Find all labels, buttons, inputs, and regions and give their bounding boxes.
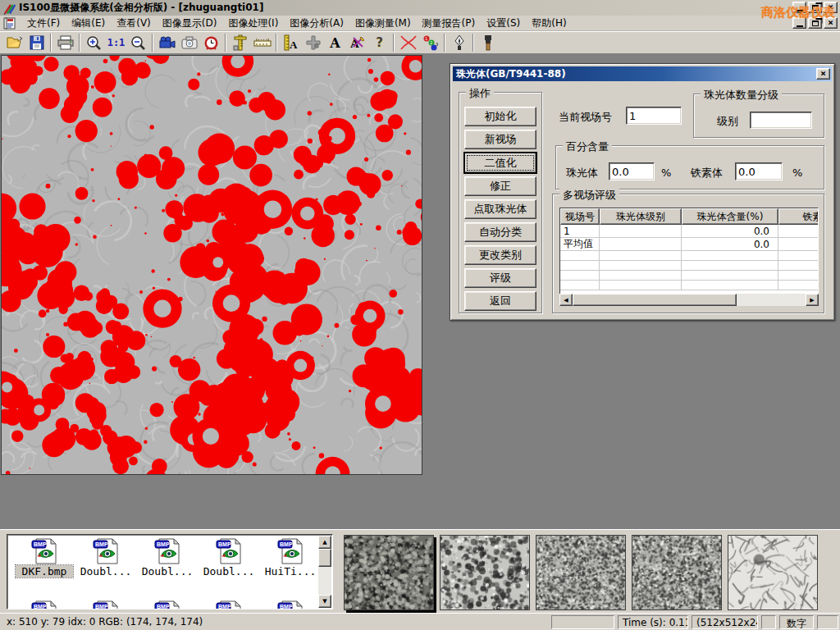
multi-field-group-label: 多视场评级 [559, 188, 619, 203]
grade-button[interactable]: 评级 [464, 268, 536, 288]
camera-icon [181, 36, 198, 49]
current-field-input[interactable] [626, 107, 682, 125]
scrollbar-thumb[interactable] [573, 294, 737, 306]
phase-count-button[interactable]: 1 2 3 [419, 33, 441, 53]
title-bar: IS100显微摄像系统(金相分析版) - [zhuguangti01] × [0, 0, 840, 16]
text-annotate-button[interactable]: A [324, 33, 346, 53]
file-item[interactable]: HuiTi... [262, 538, 319, 578]
mdi-restore-button[interactable] [808, 17, 822, 29]
dialog-title-bar[interactable]: 珠光体(GB/T9441-88) × [453, 66, 832, 81]
capture-video-button[interactable] [156, 33, 178, 53]
thumbnail-image[interactable] [728, 535, 818, 610]
return-button[interactable]: 返回 [464, 291, 536, 311]
menu-image-process[interactable]: 图像处理(I) [222, 15, 284, 32]
capture-photo-button[interactable] [178, 33, 200, 53]
scroll-down-button[interactable]: ▼ [318, 595, 331, 608]
brush-tool-button[interactable] [477, 33, 499, 53]
menu-file[interactable]: 文件(F) [21, 15, 66, 32]
open-button[interactable] [3, 33, 25, 53]
table-row[interactable] [560, 271, 818, 281]
auto-classify-button[interactable]: 自动分类 [464, 222, 536, 242]
dialog-close-button[interactable]: × [816, 68, 830, 80]
header-field-no[interactable]: 视场号 [560, 208, 600, 225]
file-item[interactable] [77, 600, 135, 609]
menu-image-display[interactable]: 图像显示(D) [157, 15, 223, 32]
file-browser[interactable]: BMP DKF.bmp Doubl... Doubl... [7, 534, 333, 609]
table-row[interactable] [560, 251, 818, 261]
save-button[interactable] [25, 33, 48, 53]
toolbar-separator [50, 34, 52, 52]
table-row[interactable]: 1 0.0 [560, 225, 818, 238]
zoom-out-button[interactable] [127, 33, 149, 53]
file-item[interactable]: Doubl... [139, 538, 196, 578]
numbered-dots-icon: 1 2 3 [422, 34, 439, 51]
toolbar: 1:1 [0, 31, 840, 54]
close-button[interactable]: × [824, 2, 838, 13]
timer-button[interactable] [200, 33, 222, 53]
status-panel-empty [551, 615, 614, 629]
correct-button[interactable]: 修正 [464, 176, 536, 196]
restore-button[interactable] [808, 2, 822, 13]
actual-size-button[interactable]: 1:1 [105, 33, 127, 53]
menu-settings[interactable]: 设置(S) [481, 15, 526, 32]
table-row[interactable]: 平均值 0.0 [560, 238, 818, 251]
help-button[interactable]: ? [368, 33, 390, 53]
print-button[interactable] [54, 33, 76, 53]
scroll-left-button[interactable]: ◀ [559, 294, 573, 306]
file-list-scrollbar[interactable]: ▲ ▼ [318, 536, 331, 608]
menu-view[interactable]: 查看(V) [111, 15, 157, 32]
header-pearlite-content[interactable]: 珠光体含量(%) [682, 208, 778, 225]
pick-pearlite-button[interactable]: 点取珠光体 [464, 199, 536, 219]
minimize-button[interactable] [792, 2, 806, 13]
thumbnail-image[interactable] [632, 535, 722, 610]
mdi-close-button[interactable]: × [824, 17, 838, 29]
thumbnail-image[interactable] [536, 535, 626, 610]
file-item[interactable] [200, 600, 258, 609]
scroll-up-button[interactable]: ▲ [318, 536, 331, 549]
table-row[interactable] [560, 261, 818, 271]
file-item[interactable]: Doubl... [77, 538, 135, 578]
table-horizontal-scrollbar[interactable]: ◀ ▶ [559, 294, 819, 306]
bmp-file-icon [93, 538, 119, 564]
metallographic-image[interactable] [1, 55, 422, 475]
binarize-button[interactable]: 二值化 [464, 153, 536, 173]
change-class-button[interactable]: 更改类别 [464, 245, 536, 265]
crosshair-button[interactable] [302, 33, 324, 53]
thumbnail-image[interactable] [344, 535, 434, 610]
letter-a-pencil-icon: A [349, 35, 366, 50]
pen-tool-button[interactable] [448, 33, 470, 53]
new-field-button[interactable]: 新视场 [464, 130, 536, 149]
file-item[interactable] [262, 600, 319, 609]
header-pearlite-grade[interactable]: 珠光体级别 [600, 208, 682, 225]
mdi-minimize-button[interactable] [792, 17, 806, 29]
initialize-button[interactable]: 初始化 [464, 107, 536, 126]
scroll-right-button[interactable]: ▶ [806, 294, 819, 306]
file-item[interactable]: Doubl... [200, 538, 258, 578]
status-panel-empty [761, 615, 776, 629]
pearlite-percent-input[interactable] [609, 162, 655, 180]
menu-edit[interactable]: 编辑(E) [66, 15, 111, 32]
ruler-measure-button[interactable] [251, 33, 273, 53]
ferrite-percent-input[interactable] [735, 162, 783, 180]
level-input[interactable] [750, 112, 812, 129]
one-to-one-label: 1:1 [107, 37, 126, 48]
menu-measure-report[interactable]: 测量报告(P) [417, 15, 482, 32]
caliper-measure-button[interactable] [229, 33, 251, 53]
curve-tool-button[interactable] [397, 33, 419, 53]
file-item[interactable] [139, 600, 196, 609]
calibrate-button[interactable]: A [280, 33, 302, 53]
text-edit-button[interactable]: A [346, 33, 368, 53]
menu-image-measure[interactable]: 图像测量(M) [349, 15, 417, 32]
file-item[interactable] [16, 600, 73, 609]
menu-help[interactable]: 帮助(H) [526, 15, 572, 32]
zoom-in-button[interactable] [83, 33, 105, 53]
thumbnail-image[interactable] [440, 535, 530, 610]
scrollbar-thumb[interactable] [318, 549, 331, 567]
header-ferrite-content[interactable]: 铁素体含量(%) [778, 208, 819, 225]
level-label: 级别 [717, 114, 738, 129]
table-row[interactable] [560, 281, 818, 290]
grading-table[interactable]: 视场号 珠光体级别 珠光体含量(%) 铁素体含量(%) 1 0.0 平均值 0.… [559, 208, 819, 306]
file-item[interactable]: DKF.bmp [16, 538, 73, 578]
bmp-file-icon [154, 538, 180, 564]
menu-image-analysis[interactable]: 图像分析(A) [284, 15, 349, 32]
